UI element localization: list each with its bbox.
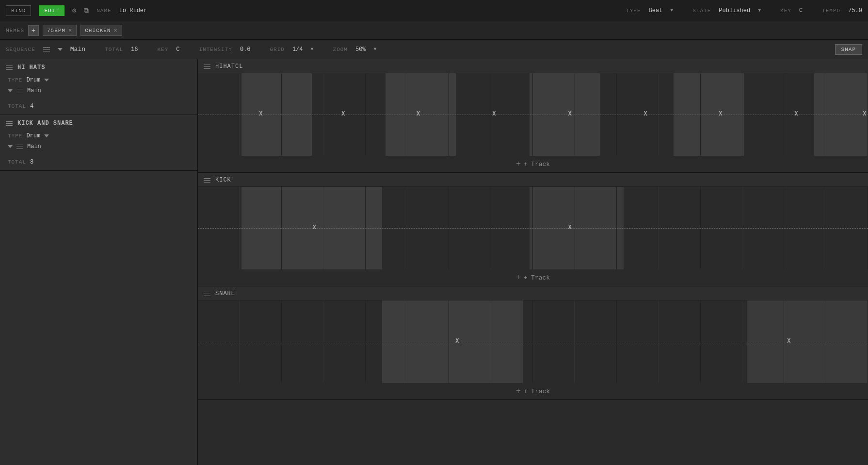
meme-add-button[interactable]: + [28,25,39,36]
snare-add-track-button[interactable]: + + Track [198,383,868,399]
sequence-bar: SEQUENCE Main TOTAL 16 KEY C INTENSITY 0… [0,40,868,59]
hihatcl-grid[interactable]: X X X X X X X X X [198,73,868,156]
hihatcl-beat-4: X [492,111,496,117]
hihatcl-menu-icon[interactable] [204,65,210,69]
kick-snare-total-value: 8 [30,159,33,166]
kick-track-section: KICK [198,173,868,286]
meme-tag-close-chicken[interactable]: ✕ [113,27,117,34]
hihatcl-beat-8: X [795,111,798,117]
snare-add-track-label: + Track [524,388,550,395]
total-value: 16 [131,46,138,53]
hihatcl-beat-2: X [341,111,345,117]
hihatcl-track-header: HIHATCL [198,59,868,73]
intensity-value: 0.6 [240,46,251,53]
hi-hats-sub-chevron-icon[interactable] [8,89,13,92]
grid-value: 1/4 [292,46,303,53]
kick-snare-type-value: Drum [26,133,40,139]
kick-beat-2: X [568,224,571,231]
settings-icon[interactable]: ⚙ [72,6,76,15]
hi-hats-total-value: 4 [30,103,33,110]
sequence-menu-icon[interactable] [43,47,50,51]
sequence-label: SEQUENCE [6,47,35,52]
type-value: Beat [648,7,662,14]
kick-snare-type-dropdown-icon[interactable] [44,134,49,137]
hi-hats-type-value: Drum [26,77,40,83]
copy-icon[interactable]: ⧉ [84,7,89,15]
state-value: Published [719,7,750,14]
top-bar: BIND EDIT ⚙ ⧉ NAME Lo Rider TYPE Beat ▼ … [0,0,868,21]
snare-track-name: SNARE [215,290,235,297]
total-label: TOTAL [105,47,123,52]
type-label: TYPE [626,8,641,14]
zoom-value: 50% [355,46,366,53]
hihatcl-add-track-label: + Track [524,161,550,168]
kick-snare-total-row: TOTAL 8 [0,157,197,170]
meme-tag-chicken: CHICKEN ✕ [80,25,122,36]
kick-snare-body: TYPE Drum Main [0,131,197,157]
kick-beat-1: X [313,224,316,231]
hi-hats-title: HI HATS [17,64,45,71]
edit-button[interactable]: EDIT [39,5,64,16]
kick-snare-section: KICK AND SNARE TYPE Drum Main TOTAL 8 [0,115,197,171]
hihatcl-track-section: HIHATCL [198,59,868,173]
kick-snare-sub-menu-icon[interactable] [16,145,23,149]
snare-track-section: SNARE [198,286,868,400]
hi-hats-menu-icon[interactable] [6,66,13,70]
zoom-dropdown-icon[interactable]: ▼ [374,47,377,52]
hi-hats-type-dropdown-icon[interactable] [44,79,49,82]
snare-add-track-plus-icon: + [516,387,521,396]
sequence-name: Main [70,46,85,53]
snare-beat-2: X [787,338,790,345]
add-track-plus-icon: + [516,160,521,168]
sequence-chevron-icon[interactable] [58,48,63,51]
tempo-label: TEMPO [822,8,840,14]
meme-tag-75bpm: 75BPM ✕ [43,25,77,36]
kick-grid[interactable]: X X [198,187,868,269]
snare-grid[interactable]: X X [198,300,868,383]
bind-button[interactable]: BIND [6,5,31,16]
tempo-value: 75.0 [848,7,862,14]
hi-hats-sub-menu-icon[interactable] [16,89,23,93]
kick-add-track-label: + Track [524,274,550,282]
hi-hats-section: HI HATS TYPE Drum Main TOTAL 4 [0,59,197,115]
kick-snare-sub-chevron-icon[interactable] [8,145,13,148]
kick-add-track-button[interactable]: + + Track [198,269,868,286]
kick-snare-title: KICK AND SNARE [17,120,73,127]
hihatcl-beat-6: X [644,111,647,117]
key-value: C [799,7,803,14]
grid-panel[interactable]: HIHATCL [198,59,868,465]
type-dropdown-icon[interactable]: ▼ [670,8,673,13]
hihatcl-beat-9: X [863,111,866,117]
snap-button[interactable]: SNAP [835,44,862,55]
name-value: Lo Rider [119,7,147,14]
key-value-seq: C [176,46,179,53]
intensity-label: INTENSITY [199,47,232,52]
snare-track-header: SNARE [198,286,868,300]
kick-snare-total-label: TOTAL [8,159,26,165]
hihatcl-beat-1: X [259,111,262,117]
hihatcl-beat-5: X [568,111,571,117]
state-dropdown-icon[interactable]: ▼ [758,8,761,13]
grid-dropdown-icon[interactable]: ▼ [311,47,314,52]
hi-hats-sub-name: Main [27,87,41,94]
grid-label: GRID [270,47,285,52]
zoom-label: ZOOM [333,47,348,52]
snare-menu-icon[interactable] [204,292,210,296]
hihatcl-add-track-button[interactable]: + + Track [198,156,868,172]
snare-beat-1: X [455,338,459,345]
left-panel: HI HATS TYPE Drum Main TOTAL 4 [0,59,198,465]
kick-snare-menu-icon[interactable] [6,121,13,126]
kick-menu-icon[interactable] [204,178,210,183]
key-label-seq: KEY [157,47,168,52]
name-label: NAME [96,8,111,14]
kick-track-name: KICK [215,177,231,183]
key-label: KEY [780,8,791,14]
hi-hats-type-label: TYPE [8,77,22,83]
kick-snare-type-label: TYPE [8,133,22,139]
kick-add-track-plus-icon: + [516,273,521,282]
hi-hats-header: HI HATS [0,59,197,75]
meme-tag-label-chicken: CHICKEN [85,28,111,33]
main-layout: HI HATS TYPE Drum Main TOTAL 4 [0,59,868,465]
meme-tag-close-75bpm[interactable]: ✕ [68,27,72,34]
kick-track-header: KICK [198,173,868,187]
